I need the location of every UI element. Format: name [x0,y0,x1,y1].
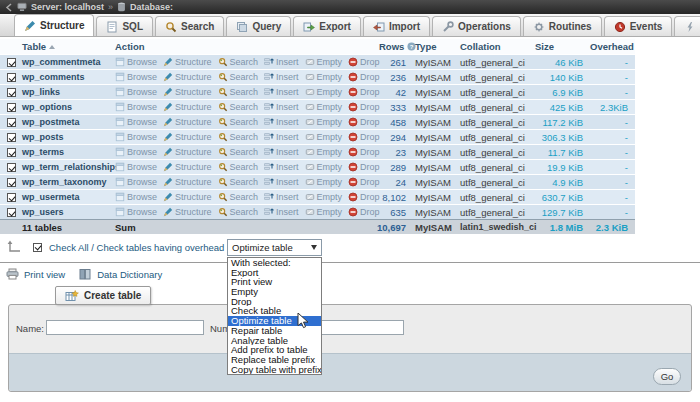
action-search[interactable]: Search [218,87,259,97]
action-insert[interactable]: Insert [264,117,299,127]
menu-option-with-selected[interactable]: With selected: [228,258,321,268]
action-browse[interactable]: Browse [115,207,157,217]
action-empty[interactable]: Empty [305,207,343,217]
print-view-link[interactable]: Print view [24,269,65,280]
action-browse[interactable]: Browse [115,117,157,127]
menu-option-export[interactable]: Export [228,268,321,278]
action-search[interactable]: Search [218,177,259,187]
table-name-link[interactable]: wp_terms [22,147,115,157]
action-search[interactable]: Search [218,162,259,172]
tab-structure[interactable]: Structure [14,14,94,36]
action-search[interactable]: Search [218,207,259,217]
action-structure[interactable]: Structure [163,57,212,67]
check-all-checkbox[interactable] [33,243,42,252]
row-checkbox[interactable] [7,118,16,127]
data-dictionary-link[interactable]: Data Dictionary [97,269,162,280]
table-name-link[interactable]: wp_term_taxonomy [22,177,115,187]
tab-query[interactable]: Query [226,16,291,36]
table-name-link[interactable]: wp_term_relationships [22,162,115,172]
menu-option-copy-table-with-prefix[interactable]: Copy table with prefix [228,365,321,375]
menu-option-add-prefix-to-table[interactable]: Add prefix to table [228,345,321,355]
row-checkbox[interactable] [7,103,16,112]
action-browse[interactable]: Browse [115,132,157,142]
action-insert[interactable]: Insert [264,87,299,97]
menu-option-analyze-table[interactable]: Analyze table [228,336,321,346]
action-browse[interactable]: Browse [115,102,157,112]
menu-option-empty[interactable]: Empty [228,287,321,297]
action-empty[interactable]: Empty [305,87,343,97]
tab-routines[interactable]: Routines [523,16,602,36]
back-arrow-icon[interactable] [5,3,13,12]
tab-import[interactable]: Import [363,16,430,36]
action-insert[interactable]: Insert [264,72,299,82]
row-checkbox[interactable] [7,133,16,142]
columns-count-input[interactable] [318,320,404,335]
menu-option-check-table[interactable]: Check table [228,306,321,316]
action-insert[interactable]: Insert [264,57,299,67]
action-insert[interactable]: Insert [264,177,299,187]
column-header-table[interactable]: Table [22,41,115,52]
tab-triggers[interactable]: Triggers [674,16,700,36]
row-checkbox[interactable] [7,88,16,97]
breadcrumb-database[interactable]: Database: [130,2,173,12]
action-browse[interactable]: Browse [115,87,157,97]
action-browse[interactable]: Browse [115,192,157,202]
menu-option-optimize-table[interactable]: Optimize table [228,316,321,326]
action-structure[interactable]: Structure [163,102,212,112]
action-structure[interactable]: Structure [163,117,212,127]
action-structure[interactable]: Structure [163,147,212,157]
action-insert[interactable]: Insert [264,147,299,157]
action-insert[interactable]: Insert [264,207,299,217]
action-structure[interactable]: Structure [163,207,212,217]
row-checkbox[interactable] [7,178,16,187]
row-checkbox[interactable] [7,208,16,217]
check-all-links[interactable]: Check All / Check tables having overhead [49,242,224,253]
table-name-link[interactable]: wp_links [22,87,115,97]
menu-option-drop[interactable]: Drop [228,297,321,307]
row-checkbox[interactable] [7,193,16,202]
table-name-link[interactable]: wp_users [22,207,115,217]
action-empty[interactable]: Empty [305,72,343,82]
menu-option-repair-table[interactable]: Repair table [228,326,321,336]
action-search[interactable]: Search [218,132,259,142]
action-empty[interactable]: Empty [305,57,343,67]
action-insert[interactable]: Insert [264,162,299,172]
breadcrumb-server[interactable]: Server: localhost [31,2,104,12]
tab-operations[interactable]: Operations [432,16,521,36]
action-search[interactable]: Search [218,147,259,157]
action-structure[interactable]: Structure [163,132,212,142]
row-checkbox[interactable] [7,163,16,172]
table-name-input[interactable] [46,320,204,335]
table-name-link[interactable]: wp_comments [22,72,115,82]
row-checkbox[interactable] [7,73,16,82]
action-empty[interactable]: Empty [305,117,343,127]
action-search[interactable]: Search [218,117,259,127]
menu-option-print-view[interactable]: Print view [228,277,321,287]
go-button[interactable]: Go [653,368,681,385]
with-selected-select[interactable]: Optimize table [227,239,322,256]
action-structure[interactable]: Structure [163,162,212,172]
action-browse[interactable]: Browse [115,57,157,67]
tab-search[interactable]: Search [155,16,224,36]
action-browse[interactable]: Browse [115,177,157,187]
action-structure[interactable]: Structure [163,192,212,202]
action-browse[interactable]: Browse [115,162,157,172]
table-name-link[interactable]: wp_commentmeta [22,57,115,67]
action-search[interactable]: Search [218,192,259,202]
table-name-link[interactable]: wp_usermeta [22,192,115,202]
table-name-link[interactable]: wp_options [22,102,115,112]
tab-export[interactable]: Export [293,16,361,36]
action-empty[interactable]: Empty [305,147,343,157]
action-structure[interactable]: Structure [163,177,212,187]
row-checkbox[interactable] [7,58,16,67]
tab-events[interactable]: Events [604,16,673,36]
action-structure[interactable]: Structure [163,87,212,97]
action-insert[interactable]: Insert [264,132,299,142]
action-empty[interactable]: Empty [305,102,343,112]
action-search[interactable]: Search [218,72,259,82]
action-browse[interactable]: Browse [115,147,157,157]
action-empty[interactable]: Empty [305,162,343,172]
action-empty[interactable]: Empty [305,132,343,142]
tab-sql[interactable]: SQL [96,16,153,36]
action-browse[interactable]: Browse [115,72,157,82]
